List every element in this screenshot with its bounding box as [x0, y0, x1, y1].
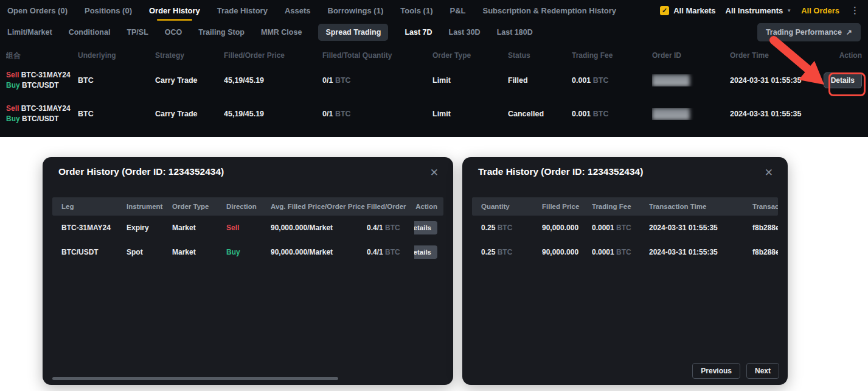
order-history-table: Leg Instrument Order Type Direction Avg.… — [52, 197, 443, 264]
order-type-cell: Market — [172, 248, 226, 256]
strategy-cell: Carry Trade — [155, 110, 224, 118]
all-markets-checkbox-group[interactable]: ✓ All Markets — [660, 6, 715, 15]
col-filled-total-quantity: Filled/Total Quantity — [322, 51, 432, 60]
details-button[interactable]: Details — [414, 245, 437, 259]
leg-instrument: BTC/USDT — [22, 81, 59, 90]
checkbox-checked-icon[interactable]: ✓ — [660, 6, 669, 15]
tab-borrowings[interactable]: Borrowings (1) — [328, 0, 384, 21]
order-type-cell: Limit — [432, 76, 508, 85]
period-tab-last-180d[interactable]: Last 180D — [497, 28, 533, 37]
orders-table: 组合 Underlying Strategy Filled/Order Pric… — [0, 48, 868, 130]
order-history-modal-header: Order History (Order ID: 1234352434) ✕ — [43, 157, 453, 179]
external-link-icon: ↗ — [846, 28, 852, 37]
tab-tpsl[interactable]: TP/SL — [127, 28, 148, 37]
col-trading-fee: Trading Fee — [592, 203, 649, 210]
order-time-cell: 2024-03-31 01:55:35 — [730, 76, 821, 85]
action-cell: Details — [414, 221, 443, 234]
period-tab-last-30d[interactable]: Last 30D — [449, 28, 481, 37]
tab-positions[interactable]: Positions (0) — [85, 0, 132, 21]
tab-order-history[interactable]: Order History — [149, 0, 200, 21]
col-action: Action — [414, 203, 443, 210]
order-history-modal-title: Order History (Order ID: 1234352434) — [58, 166, 224, 177]
redacted-order-id — [652, 74, 690, 86]
trading-performance-button[interactable]: Trading Performance ↗ — [757, 23, 861, 41]
tab-limit-market[interactable]: Limit/Market — [7, 28, 52, 37]
underlying-cell: BTC — [78, 110, 155, 118]
order-time-cell: 2024-03-31 01:55:35 — [730, 110, 821, 118]
details-button[interactable]: Details — [824, 72, 862, 88]
tab-mmr-close[interactable]: MMR Close — [261, 28, 302, 37]
top-nav: Open Orders (0) Positions (0) Order Hist… — [0, 0, 868, 21]
tab-pnl[interactable]: P&L — [450, 0, 465, 21]
order-history-modal: Order History (Order ID: 1234352434) ✕ L… — [43, 157, 453, 385]
filled-cell: 0.4/1 BTC — [367, 224, 414, 232]
all-markets-label: All Markets — [673, 6, 715, 15]
col-transaction-id: Transaction ID — [752, 203, 778, 210]
tab-open-orders[interactable]: Open Orders (0) — [7, 0, 68, 21]
close-icon[interactable]: ✕ — [763, 166, 774, 179]
transaction-time-cell: 2024-03-31 01:55:35 — [649, 248, 752, 256]
orders-table-header: 组合 Underlying Strategy Filled/Order Pric… — [0, 48, 868, 63]
col-quantity: Quantity — [481, 203, 542, 210]
previous-button[interactable]: Previous — [692, 363, 740, 379]
quantity-cell: 0/1 BTC — [322, 110, 432, 118]
next-button[interactable]: Next — [746, 363, 779, 379]
filled-price-cell: 90,000.000 — [542, 224, 592, 232]
more-options-kebab-icon[interactable]: ⋮ — [849, 5, 861, 16]
redacted-order-id — [652, 108, 690, 120]
tab-spread-trading[interactable]: Spread Trading — [318, 24, 388, 41]
action-cell: Details — [414, 245, 443, 259]
status-cell: Filled — [508, 76, 572, 85]
quantity-cell: 0.25 BTC — [481, 224, 542, 232]
horizontal-scrollbar[interactable] — [52, 377, 338, 380]
fee-cell: 0.0001 BTC — [592, 224, 649, 232]
transaction-time-cell: 2024-03-31 01:55:35 — [649, 224, 752, 232]
leg-cell: BTC-31MAY24 — [61, 224, 127, 232]
pagination: Previous Next — [692, 363, 779, 379]
table-row: 0.25 BTC 90,000.000 0.0001 BTC 2024-03-3… — [472, 240, 778, 264]
table-row: BTC/USDT Spot Market Buy 90,000.000/Mark… — [52, 240, 443, 264]
price-cell: 90,000.000/Market — [271, 248, 367, 256]
combo-cell: Sell BTC-31MAY24 Buy BTC/USDT — [6, 104, 78, 124]
leg-cell: BTC/USDT — [61, 248, 127, 256]
tab-oco[interactable]: OCO — [165, 28, 182, 37]
col-direction: Direction — [226, 203, 271, 210]
instrument-cell: Spot — [127, 248, 172, 256]
filter-bar: Limit/Market Conditional TP/SL OCO Trail… — [0, 21, 868, 44]
trade-history-modal: Trade History (Order ID: 1234352434) ✕ Q… — [462, 157, 788, 385]
close-icon[interactable]: ✕ — [429, 166, 440, 179]
col-filled-order: Filled/Order — [367, 203, 414, 210]
buy-side-label: Buy — [6, 114, 20, 123]
tab-subscription-redemption-history[interactable]: Subscription & Redemption History — [482, 0, 616, 21]
leg-instrument: BTC-31MAY24 — [21, 71, 71, 79]
combo-cell: Sell BTC-31MAY24 Buy BTC/USDT — [6, 70, 78, 91]
col-filled-order-price: Filled/Order Price — [224, 51, 322, 60]
all-instruments-dropdown[interactable]: All Instruments ▼ — [726, 6, 792, 15]
price-cell: 90,000.000/Market — [271, 224, 367, 232]
top-nav-right-controls: ✓ All Markets All Instruments ▼ All Orde… — [660, 5, 861, 16]
fee-cell: 0.0001 BTC — [592, 248, 649, 256]
col-trading-fee: Trading Fee — [572, 51, 652, 60]
order-type-cell: Limit — [432, 110, 508, 118]
tab-tools[interactable]: Tools (1) — [400, 0, 432, 21]
direction-cell: Buy — [226, 248, 271, 256]
tab-conditional[interactable]: Conditional — [69, 28, 111, 37]
tab-trailing-stop[interactable]: Trailing Stop — [198, 28, 245, 37]
tab-assets[interactable]: Assets — [285, 0, 311, 21]
period-tab-last-7d[interactable]: Last 7D — [404, 28, 432, 37]
sell-side-label: Sell — [6, 104, 19, 113]
all-orders-link[interactable]: All Orders — [801, 6, 839, 15]
table-row: Sell BTC-31MAY24 Buy BTC/USDT BTC Carry … — [0, 63, 868, 97]
trading-performance-label: Trading Performance — [766, 28, 842, 37]
order-id-cell — [652, 74, 730, 86]
col-order-id: Order ID — [652, 51, 730, 60]
details-button[interactable]: Details — [414, 221, 437, 234]
status-cell: Cancelled — [508, 110, 572, 118]
quantity-cell: 0.25 BTC — [481, 248, 542, 256]
col-status: Status — [508, 51, 572, 60]
tab-trade-history[interactable]: Trade History — [217, 0, 268, 21]
price-cell: 45,19/45.19 — [224, 110, 322, 118]
table-row: 0.25 BTC 90,000.000 0.0001 BTC 2024-03-3… — [472, 216, 778, 240]
fee-cell: 0.001 BTC — [572, 76, 652, 85]
col-combo: 组合 — [6, 51, 78, 61]
